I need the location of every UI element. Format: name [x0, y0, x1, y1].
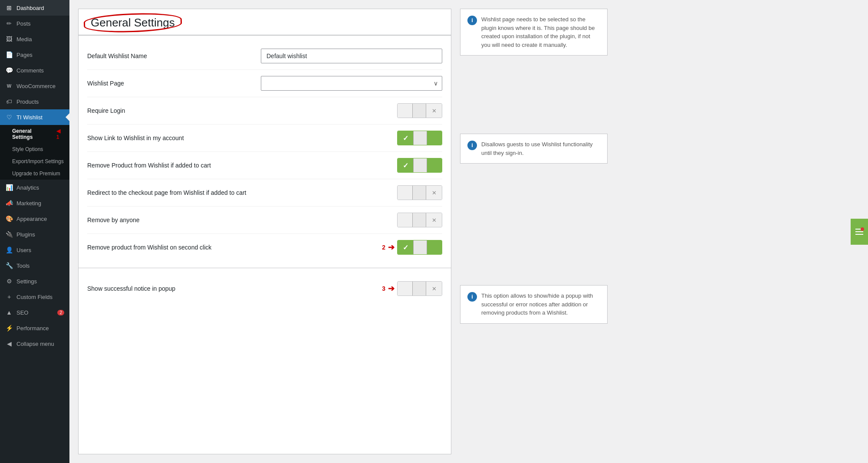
- wishlist-page-select[interactable]: [261, 76, 442, 91]
- remove-by-anyone-row: Remove by anyone ✕: [87, 207, 442, 234]
- remove-product-control: ✓: [261, 158, 442, 173]
- settings-form: Default Wishlist Name Wishlist Page ∨: [79, 36, 451, 268]
- sidebar-item-custom-fields[interactable]: + Custom Fields: [0, 289, 69, 305]
- show-link-label: Show Link to Wishlist in my account: [87, 135, 252, 141]
- sidebar-item-dashboard[interactable]: ⊞ Dashboard: [0, 0, 69, 16]
- custom-fields-icon: +: [5, 293, 13, 301]
- performance-icon: ⚡: [5, 324, 13, 332]
- sidebar-item-tools[interactable]: 🔧 Tools: [0, 258, 69, 273]
- sidebar-item-performance[interactable]: ⚡ Performance: [0, 320, 69, 336]
- side-button-icon: [855, 227, 864, 236]
- side-button[interactable]: [851, 219, 868, 245]
- page-header: General Settings: [79, 9, 451, 35]
- toggle-right: ✕: [426, 104, 442, 118]
- wishlist-page-label: Wishlist Page: [87, 80, 252, 87]
- sidebar-item-marketing[interactable]: 📣 Marketing: [0, 195, 69, 211]
- sidebar-item-posts[interactable]: ✏ Posts: [0, 16, 69, 31]
- wishlist-page-control: ∨: [261, 76, 442, 91]
- remove-by-anyone-label: Remove by anyone: [87, 217, 252, 223]
- show-link-toggle-wrap: ✓: [261, 131, 442, 145]
- remove-product-label: Remove Product from Wishlist if added to…: [87, 162, 252, 169]
- toggle-handle: [413, 240, 427, 254]
- svg-rect-1: [855, 231, 863, 232]
- sidebar-item-woocommerce[interactable]: W WooCommerce: [0, 78, 69, 94]
- submenu-style-options[interactable]: Style Options: [0, 143, 69, 155]
- remove-second-click-label: Remove product from Wishlist on second c…: [87, 244, 252, 251]
- submenu-general-settings[interactable]: General Settings ◀ 1: [0, 125, 69, 143]
- show-notice-popup-toggle[interactable]: ✕: [397, 281, 442, 296]
- remove-product-toggle-wrap: ✓: [261, 158, 442, 173]
- redirect-checkout-toggle-wrap: ✕: [261, 185, 442, 200]
- submenu-upgrade[interactable]: Upgrade to Premium: [0, 167, 69, 180]
- toggle-left: [398, 282, 412, 296]
- show-notice-popup-label: Show successful notice in popup: [87, 285, 252, 292]
- toggle-handle: [412, 104, 426, 118]
- remove-second-click-toggle[interactable]: ✓: [397, 240, 442, 255]
- require-login-toggle[interactable]: ✕: [397, 103, 442, 118]
- require-login-row: Require Login ✕: [87, 97, 442, 125]
- toggle-handle: [412, 282, 426, 296]
- default-wishlist-name-input[interactable]: [261, 49, 442, 63]
- remove-by-anyone-toggle[interactable]: ✕: [397, 213, 442, 227]
- sidebar-item-appearance[interactable]: 🎨 Appearance: [0, 211, 69, 227]
- toggle-right: ✕: [426, 186, 442, 200]
- toggle-left: [398, 213, 412, 227]
- analytics-icon: 📊: [5, 184, 13, 191]
- show-notice-popup-toggle-wrap: 3 ➔ ✕: [261, 281, 442, 296]
- toggle-right: [427, 240, 442, 254]
- info-box-wishlist-page: i Wishlist page needs to be selected so …: [460, 9, 608, 56]
- main-content: General Settings Default Wishlist Name W…: [69, 0, 868, 463]
- toggle-left: [398, 186, 412, 200]
- toggle-handle: [412, 186, 426, 200]
- tools-icon: 🔧: [5, 262, 13, 269]
- seo-icon: ▲: [5, 309, 13, 316]
- default-wishlist-name-row: Default Wishlist Name: [87, 43, 442, 70]
- sidebar-item-collapse[interactable]: ◀ Collapse menu: [0, 336, 69, 351]
- show-link-toggle[interactable]: ✓: [397, 131, 442, 145]
- collapse-icon: ◀: [5, 340, 13, 348]
- toggle-handle: [412, 213, 426, 227]
- show-link-control: ✓: [261, 131, 442, 145]
- sidebar-item-seo[interactable]: ▲ SEO 2: [0, 305, 69, 320]
- annotation-arrow-1: ◀ 1: [56, 128, 64, 140]
- redirect-checkout-label: Redirect to the checkout page from Wishl…: [87, 189, 252, 196]
- remove-by-anyone-toggle-wrap: ✕: [261, 213, 442, 227]
- settings-icon: ⚙: [5, 277, 13, 285]
- submenu-export-import[interactable]: Export/Import Settings: [0, 155, 69, 167]
- wishlist-page-row: Wishlist Page ∨: [87, 70, 442, 97]
- toggle-right: [427, 131, 442, 145]
- redirect-checkout-row: Redirect to the checkout page from Wishl…: [87, 179, 442, 207]
- remove-product-toggle[interactable]: ✓: [397, 158, 442, 173]
- require-login-control: ✕: [261, 103, 442, 118]
- ti-wishlist-submenu: General Settings ◀ 1 Style Options Expor…: [0, 125, 69, 180]
- woocommerce-icon: W: [5, 82, 13, 90]
- pages-icon: 📄: [5, 51, 13, 59]
- sidebar-item-analytics[interactable]: 📊 Analytics: [0, 180, 69, 195]
- media-icon: 🖼: [5, 35, 13, 43]
- users-icon: 👤: [5, 246, 13, 254]
- toggle-left: ✓: [398, 240, 413, 254]
- svg-rect-2: [855, 234, 863, 235]
- toggle-handle: [413, 158, 427, 172]
- sidebar-item-ti-wishlist[interactable]: ♡ TI Wishlist: [0, 109, 69, 125]
- sidebar-item-products[interactable]: 🏷 Products: [0, 94, 69, 109]
- redirect-checkout-toggle[interactable]: ✕: [397, 185, 442, 200]
- sidebar-item-media[interactable]: 🖼 Media: [0, 31, 69, 47]
- wishlist-page-select-wrapper: ∨: [261, 76, 442, 91]
- red-arrow-3: ➔: [388, 284, 395, 293]
- redirect-checkout-control: ✕: [261, 185, 442, 200]
- sidebar-item-plugins[interactable]: 🔌 Plugins: [0, 227, 69, 242]
- sidebar-item-settings[interactable]: ⚙ Settings: [0, 273, 69, 289]
- sidebar-item-pages[interactable]: 📄 Pages: [0, 47, 69, 62]
- require-login-label: Require Login: [87, 107, 252, 114]
- sidebar-item-users[interactable]: 👤 Users: [0, 242, 69, 258]
- comments-icon: 💬: [5, 66, 13, 74]
- sidebar-item-comments[interactable]: 💬 Comments: [0, 62, 69, 78]
- show-notice-popup-control: 3 ➔ ✕: [261, 281, 442, 296]
- toggle-left: ✓: [398, 131, 413, 145]
- plugins-icon: 🔌: [5, 230, 13, 238]
- sidebar: ⊞ Dashboard ✏ Posts 🖼 Media 📄 Pages 💬 Co…: [0, 0, 69, 463]
- popup-section: Show successful notice in popup 3 ➔ ✕: [79, 268, 451, 309]
- posts-icon: ✏: [5, 20, 13, 27]
- require-login-toggle-wrap: ✕: [261, 103, 442, 118]
